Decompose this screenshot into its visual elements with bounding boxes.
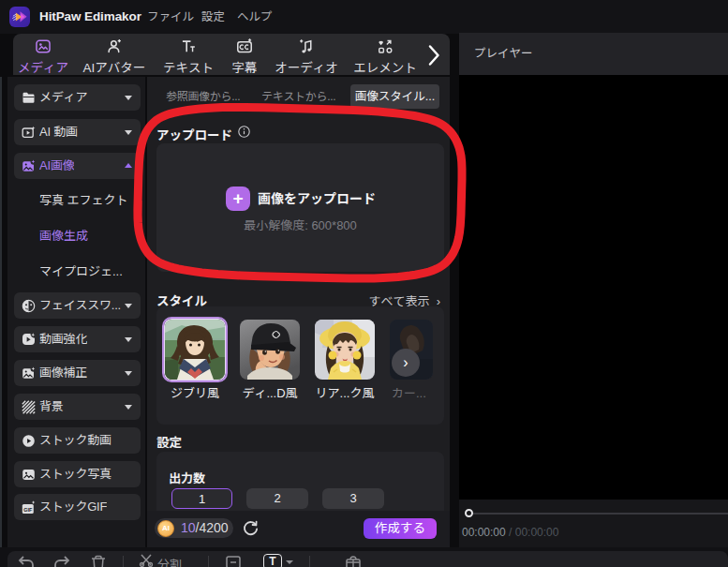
svg-text:GIF: GIF <box>23 507 33 513</box>
